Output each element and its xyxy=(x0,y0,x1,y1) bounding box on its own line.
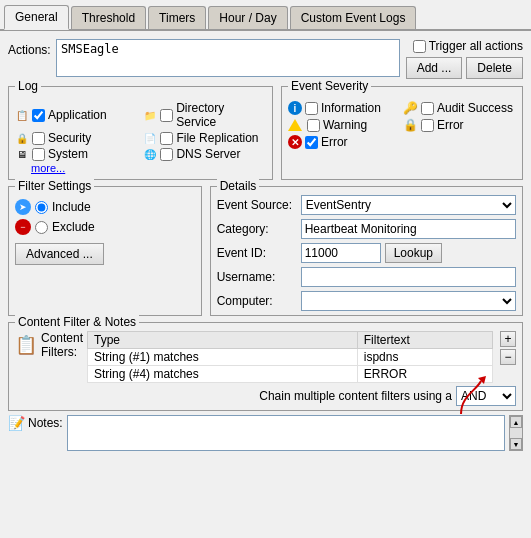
event-source-row: Event Source: EventSentry xyxy=(217,195,516,215)
add-button[interactable]: Add ... xyxy=(406,57,463,79)
notes-label-area: 📝 Notes: xyxy=(8,415,63,431)
application-checkbox[interactable] xyxy=(32,109,45,122)
content-filter-icon: 📋 xyxy=(15,334,37,356)
warning-checkbox[interactable] xyxy=(307,119,320,132)
tab-bar: General Threshold Timers Hour / Day Cust… xyxy=(0,0,531,31)
category-input[interactable]: Heartbeat Monitoring xyxy=(301,219,516,239)
event-severity-section: Event Severity i Information 🔑 Audit Suc… xyxy=(281,86,523,180)
table-row: String (#1) matches ispdns xyxy=(88,349,493,366)
filter-settings-section: Filter Settings ➤ Include − Exclude Adva… xyxy=(8,186,202,316)
content-filter-section: Content Filter & Notes 📋 Content Filters… xyxy=(8,322,523,411)
username-label: Username: xyxy=(217,270,297,284)
arrow-annotation xyxy=(436,376,486,416)
row2-type: String (#4) matches xyxy=(88,366,358,383)
remove-filter-button[interactable]: − xyxy=(500,349,516,365)
event-id-input[interactable]: 11000 xyxy=(301,243,381,263)
log-item-directoryservice: 📁 Directory Service xyxy=(143,101,265,129)
advanced-button[interactable]: Advanced ... xyxy=(15,243,104,265)
username-input[interactable] xyxy=(301,267,516,287)
directoryservice-checkbox[interactable] xyxy=(160,109,173,122)
error-icon: ✕ xyxy=(288,135,302,149)
security-label: Security xyxy=(48,131,91,145)
exclude-radio[interactable] xyxy=(35,221,48,234)
exclude-label: Exclude xyxy=(52,220,95,234)
category-row: Category: Heartbeat Monitoring xyxy=(217,219,516,239)
username-row: Username: xyxy=(217,267,516,287)
content-filters-label: Content Filters: xyxy=(41,331,83,359)
log-section: Log 📋 Application 📁 Directory Service 🔒 xyxy=(8,86,273,180)
notes-row: 📝 Notes: ▲ ▼ xyxy=(8,415,523,451)
col-filtertext: Filtertext xyxy=(357,332,492,349)
notes-icon: 📝 xyxy=(8,415,25,431)
security-checkbox[interactable] xyxy=(32,132,45,145)
scrollbar-down[interactable]: ▼ xyxy=(510,438,522,450)
details-section: Details Event Source: EventSentry Catego… xyxy=(210,186,523,316)
add-filter-button[interactable]: + xyxy=(500,331,516,347)
filereplication-icon: 📄 xyxy=(143,131,157,145)
event-source-select[interactable]: EventSentry xyxy=(301,195,516,215)
information-label: Information xyxy=(321,101,381,115)
log-legend: Log xyxy=(15,79,41,93)
btn-row: Add ... Delete xyxy=(406,57,523,79)
error-checkbox[interactable] xyxy=(305,136,318,149)
computer-select[interactable] xyxy=(301,291,516,311)
sev-item-information: i Information xyxy=(288,101,400,115)
tab-customeventlogs[interactable]: Custom Event Logs xyxy=(290,6,417,29)
auditsuccess-label: Audit Success xyxy=(437,101,513,115)
trigger-checkbox-row: Trigger all actions xyxy=(413,39,523,53)
system-icon: 🖥 xyxy=(15,147,29,161)
auditfailure-icon: 🔒 xyxy=(404,118,418,132)
table-row: String (#4) matches ERROR xyxy=(88,366,493,383)
auditfailure-checkbox[interactable] xyxy=(421,119,434,132)
trigger-all-checkbox[interactable] xyxy=(413,40,426,53)
severity-grid: i Information 🔑 Audit Success War xyxy=(288,101,516,149)
col-type: Type xyxy=(88,332,358,349)
log-item-filereplication: 📄 File Replication xyxy=(143,131,265,145)
dnsserver-icon: 🌐 xyxy=(143,147,157,161)
log-grid: 📋 Application 📁 Directory Service 🔒 Secu… xyxy=(15,101,266,161)
tab-general[interactable]: General xyxy=(4,5,69,30)
auditsuccess-checkbox[interactable] xyxy=(421,102,434,115)
include-radio[interactable] xyxy=(35,201,48,214)
row1-type: String (#1) matches xyxy=(88,349,358,366)
log-item-application: 📋 Application xyxy=(15,101,137,129)
row1-filtertext: ispdns xyxy=(357,349,492,366)
directoryservice-icon: 📁 xyxy=(143,108,157,122)
delete-button[interactable]: Delete xyxy=(466,57,523,79)
trigger-all-label: Trigger all actions xyxy=(429,39,523,53)
computer-row: Computer: xyxy=(217,291,516,311)
system-checkbox[interactable] xyxy=(32,148,45,161)
filereplication-checkbox[interactable] xyxy=(160,132,173,145)
cf-table-area: Type Filtertext String (#1) matches ispd… xyxy=(87,331,493,383)
actions-input[interactable]: SMSEagle xyxy=(56,39,400,77)
log-item-system: 🖥 System xyxy=(15,147,137,161)
information-icon: i xyxy=(288,101,302,115)
filereplication-label: File Replication xyxy=(176,131,258,145)
warning-icon xyxy=(288,119,302,131)
tab-timers[interactable]: Timers xyxy=(148,6,206,29)
filter-settings-legend: Filter Settings xyxy=(15,179,94,193)
main-content: Actions: SMSEagle Trigger all actions Ad… xyxy=(0,31,531,459)
computer-label: Computer: xyxy=(217,294,297,308)
lookup-button[interactable]: Lookup xyxy=(385,243,442,263)
tab-hourday[interactable]: Hour / Day xyxy=(208,6,287,29)
tab-threshold[interactable]: Threshold xyxy=(71,6,146,29)
more-link[interactable]: more... xyxy=(31,162,65,174)
notes-input[interactable] xyxy=(67,415,505,451)
window: General Threshold Timers Hour / Day Cust… xyxy=(0,0,531,459)
event-id-label: Event ID: xyxy=(217,246,297,260)
information-checkbox[interactable] xyxy=(305,102,318,115)
scrollbar-up[interactable]: ▲ xyxy=(510,416,522,428)
log-item-dnsserver: 🌐 DNS Server xyxy=(143,147,265,161)
auditfailure-label: Error xyxy=(437,118,464,132)
system-label: System xyxy=(48,147,88,161)
sev-item-warning: Warning xyxy=(288,118,400,132)
sev-item-auditsuccess: 🔑 Audit Success xyxy=(404,101,516,115)
auditsuccess-icon: 🔑 xyxy=(404,101,418,115)
event-source-label: Event Source: xyxy=(217,198,297,212)
application-label: Application xyxy=(48,108,107,122)
dnsserver-checkbox[interactable] xyxy=(160,148,173,161)
exclude-icon: − xyxy=(15,219,31,235)
actions-row: Actions: SMSEagle Trigger all actions Ad… xyxy=(8,39,523,80)
cf-icon-area: 📋 Content Filters: xyxy=(15,331,83,359)
